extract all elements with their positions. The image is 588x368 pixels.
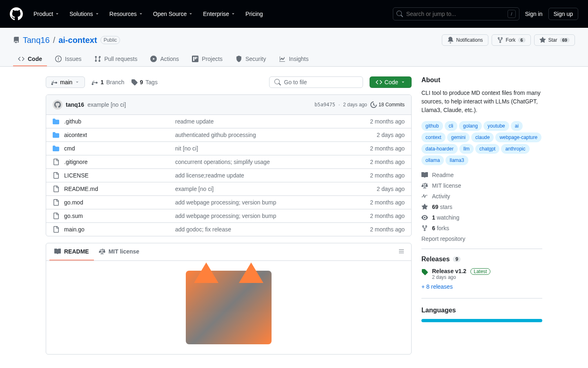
- nav-item-product[interactable]: Product: [29, 7, 64, 20]
- chevron-down-icon: [55, 11, 60, 16]
- tags-link[interactable]: 9 Tags: [131, 79, 158, 85]
- graph-icon: [279, 56, 285, 62]
- law-icon: [99, 248, 105, 255]
- watching-link[interactable]: 1 watching: [421, 214, 542, 221]
- tab-actions[interactable]: Actions: [145, 52, 184, 66]
- tab-code[interactable]: Code: [13, 52, 47, 66]
- star-button[interactable]: Star 69: [534, 34, 575, 46]
- tab-issues[interactable]: Issues: [50, 52, 86, 66]
- topic-ai[interactable]: ai: [511, 121, 523, 131]
- file-icon: [53, 226, 59, 233]
- topic-webpage-capture[interactable]: webpage-capture: [495, 132, 541, 142]
- activity-link[interactable]: Activity: [421, 193, 542, 200]
- topic-gemini[interactable]: gemini: [447, 132, 470, 142]
- topic-anthropic[interactable]: anthropic: [501, 144, 529, 154]
- latest-release[interactable]: Release v1.2 Latest 2 days ago: [421, 268, 542, 280]
- readme-link[interactable]: Readme: [421, 172, 542, 178]
- file-commit-link[interactable]: readme update: [175, 118, 365, 125]
- notifications-button[interactable]: Notifications: [442, 34, 488, 46]
- nav-item-solutions[interactable]: Solutions: [65, 7, 104, 20]
- file-time: 2 months ago: [370, 172, 405, 179]
- topic-golang[interactable]: golang: [459, 121, 482, 131]
- topic-data-hoarder[interactable]: data-hoarder: [421, 144, 458, 154]
- forks-link[interactable]: 6 forks: [421, 225, 542, 231]
- releases-heading[interactable]: Releases 9: [421, 256, 542, 263]
- file-name-link[interactable]: LICENSE: [64, 172, 170, 179]
- avatar[interactable]: [53, 100, 62, 110]
- code-download-button[interactable]: Code: [370, 76, 412, 88]
- file-name-link[interactable]: aicontext: [64, 132, 170, 138]
- more-releases-link[interactable]: + 8 releases: [421, 283, 542, 290]
- search-input[interactable]: /: [393, 7, 519, 20]
- license-link[interactable]: MIT license: [421, 182, 542, 189]
- file-name-link[interactable]: cmd: [64, 145, 170, 152]
- file-name-link[interactable]: go.sum: [64, 213, 170, 219]
- outline-button[interactable]: [395, 245, 408, 259]
- eye-icon: [421, 214, 428, 221]
- file-commit-link[interactable]: authenticated github processing: [175, 132, 372, 138]
- tab-insights[interactable]: Insights: [274, 52, 313, 66]
- tab-pull-requests[interactable]: Pull requests: [89, 52, 142, 66]
- topic-claude[interactable]: claude: [471, 132, 494, 142]
- topbar: ProductSolutionsResourcesOpen SourceEnte…: [0, 0, 588, 28]
- nav-item-enterprise[interactable]: Enterprise: [199, 7, 240, 20]
- chevron-down-icon: [75, 80, 80, 85]
- commits-history-link[interactable]: 18 Commits: [370, 101, 405, 108]
- topic-ollama[interactable]: ollama: [421, 155, 444, 165]
- topic-llama3[interactable]: llama3: [445, 155, 468, 165]
- file-row: go.mod add webpage processing; version b…: [46, 196, 411, 209]
- nav-item-open-source[interactable]: Open Source: [149, 7, 198, 20]
- file-name-link[interactable]: .github: [64, 118, 170, 125]
- report-link[interactable]: Report repository: [421, 236, 542, 242]
- topic-llm[interactable]: llm: [459, 144, 474, 154]
- chevron-down-icon: [188, 11, 193, 16]
- topic-github[interactable]: github: [421, 121, 443, 131]
- file-commit-link[interactable]: nit [no ci]: [175, 145, 365, 152]
- repo-icon: [13, 37, 20, 43]
- commit-sha[interactable]: b5a9475: [314, 102, 335, 108]
- tab-security[interactable]: Security: [231, 52, 271, 66]
- branch-select[interactable]: main: [46, 76, 85, 88]
- file-commit-link[interactable]: add webpage processing; version bump: [175, 199, 365, 206]
- project-icon: [192, 56, 198, 62]
- languages-heading: Languages: [421, 307, 542, 314]
- topic-chatgpt[interactable]: chatgpt: [475, 144, 499, 154]
- file-name-link[interactable]: .gitignore: [64, 159, 170, 165]
- visibility-badge: Public: [100, 36, 120, 44]
- tab-projects[interactable]: Projects: [187, 52, 227, 66]
- nav-item-resources[interactable]: Resources: [105, 7, 147, 20]
- search-icon: [274, 79, 281, 85]
- releases-section: Releases 9 Release v1.2 Latest 2 days ag…: [421, 256, 542, 298]
- github-logo-icon[interactable]: [10, 7, 23, 20]
- branches-link[interactable]: 1 Branch: [91, 79, 124, 85]
- commit-message[interactable]: example [no ci]: [87, 101, 126, 108]
- tab-readme[interactable]: README: [49, 243, 94, 260]
- file-commit-link[interactable]: example [no ci]: [175, 186, 372, 192]
- topic-cli[interactable]: cli: [445, 121, 457, 131]
- signup-button[interactable]: Sign up: [548, 8, 578, 20]
- nav-item-pricing[interactable]: Pricing: [241, 7, 267, 20]
- repo-header: Tanq16 / ai-context Public Notifications…: [0, 28, 588, 67]
- file-commit-link[interactable]: add godoc; fix release: [175, 226, 365, 233]
- file-commit-link[interactable]: add license;readme update: [175, 172, 365, 179]
- stars-link[interactable]: 69 stars: [421, 204, 542, 210]
- file-commit-link[interactable]: add webpage processing; version bump: [175, 213, 365, 219]
- go-to-file-input[interactable]: Go to file: [269, 76, 363, 88]
- fork-button[interactable]: Fork 6: [492, 34, 531, 46]
- tab-license[interactable]: MIT license: [94, 243, 144, 260]
- language-bar[interactable]: [421, 319, 542, 322]
- topic-youtube[interactable]: youtube: [483, 121, 509, 131]
- file-name-link[interactable]: main.go: [64, 226, 170, 233]
- topic-context[interactable]: context: [421, 132, 445, 142]
- file-name-link[interactable]: go.mod: [64, 199, 170, 206]
- repo-name-link[interactable]: ai-context: [58, 36, 97, 45]
- owner-link[interactable]: Tanq16: [23, 36, 50, 45]
- file-time: 2 months ago: [370, 118, 405, 125]
- commit-author[interactable]: tanq16: [66, 101, 84, 108]
- issue-icon: [55, 56, 62, 62]
- file-time: 2 days ago: [377, 132, 405, 138]
- file-name-link[interactable]: README.md: [64, 186, 170, 192]
- file-commit-link[interactable]: concurrent operations; simplify usage: [175, 159, 365, 165]
- search-kbd: /: [508, 10, 516, 18]
- signin-link[interactable]: Sign in: [525, 11, 543, 17]
